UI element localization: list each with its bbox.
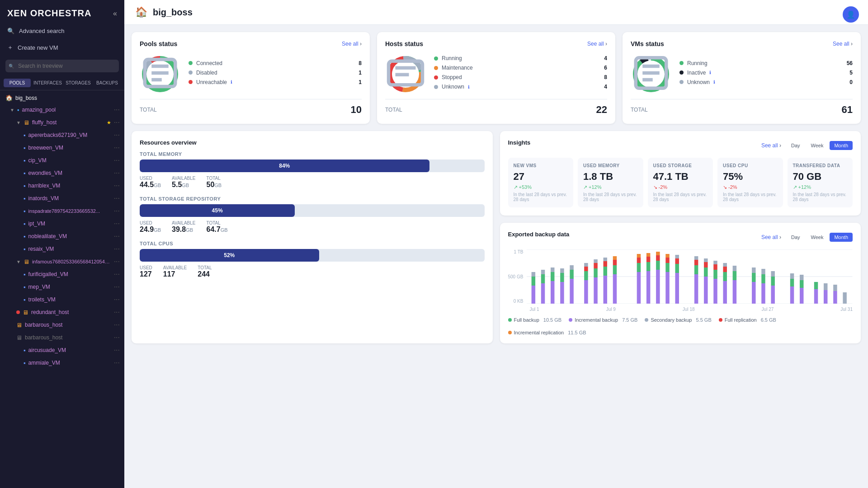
svg-rect-60 <box>637 254 641 258</box>
tree-vm-cip[interactable]: ▪ cip_VM ··· <box>0 154 124 167</box>
insights-tab-month[interactable]: Month <box>830 141 853 150</box>
vms-status-unknown: Unknown ℹ 0 <box>679 79 853 85</box>
more-icon[interactable]: ··· <box>114 207 120 215</box>
more-icon[interactable]: ··· <box>114 118 120 127</box>
svg-rect-51 <box>604 261 607 267</box>
svg-rect-53 <box>613 274 617 304</box>
tree-vm-mep[interactable]: ▪ mep_VM ··· <box>0 281 124 293</box>
more-icon[interactable]: ··· <box>114 232 120 240</box>
svg-rect-77 <box>694 274 698 304</box>
vm-icon: ▪ <box>24 170 26 177</box>
svg-rect-83 <box>704 262 708 267</box>
cpus-total-stat: TOTAL 244 <box>198 265 212 278</box>
more-icon[interactable]: ··· <box>114 296 120 304</box>
more-icon[interactable]: ··· <box>114 258 120 266</box>
treeview-search-input[interactable] <box>5 60 119 72</box>
svg-rect-93 <box>733 280 736 304</box>
tree-vm-resaix[interactable]: ▪ resaix_VM ··· <box>0 243 124 255</box>
tree-vm-apererbacks[interactable]: ▪ apererbacks627190_VM ··· <box>0 129 124 141</box>
page-title: big_boss <box>153 7 193 18</box>
sidebar: XEN ORCHESTRA « 🔍 Advanced search ＋ Crea… <box>0 0 124 488</box>
pools-donut <box>140 54 180 94</box>
cpus-progress-wrap: 52% <box>140 249 485 262</box>
right-column: Insights See all › Day Week Month NEW VM… <box>500 131 861 343</box>
legend-green-dot <box>508 318 512 322</box>
svg-rect-45 <box>594 277 598 304</box>
insights-see-all[interactable]: See all › <box>761 142 781 149</box>
tree-vm-inspadrate[interactable]: ▪ inspadrate7897542233665532... ··· <box>0 205 124 217</box>
more-icon[interactable]: ··· <box>114 182 120 190</box>
tree-vm-aircusuade[interactable]: ▪ aircusuade_VM ··· <box>0 344 124 357</box>
storage-progress-bar: 45% <box>140 204 295 217</box>
tree-section: 🏠 big_boss ▼ ▪ amazing_pool ··· ▼ 🖥 fluf… <box>0 90 124 371</box>
svg-rect-38 <box>570 279 574 304</box>
svg-rect-56 <box>613 256 617 260</box>
unknown-info-icon[interactable]: ℹ <box>468 84 470 89</box>
user-avatar[interactable]: 👤 <box>843 6 859 23</box>
tab-storages[interactable]: STORAGES <box>65 79 92 87</box>
tree-vm-harriblex[interactable]: ▪ harriblex_VM ··· <box>0 179 124 192</box>
more-icon[interactable]: ··· <box>114 283 120 291</box>
tab-backups[interactable]: BACKUPS <box>94 79 121 87</box>
hosts-see-all[interactable]: See all › <box>587 41 607 47</box>
pools-see-all[interactable]: See all › <box>342 41 362 47</box>
tree-host-redundant[interactable]: 🖥 redundant_host ··· <box>0 306 124 319</box>
more-icon[interactable]: ··· <box>114 321 120 329</box>
insights-tab-day[interactable]: Day <box>787 141 805 150</box>
svg-rect-67 <box>656 255 660 261</box>
more-icon[interactable]: ··· <box>114 220 120 228</box>
more-icon[interactable]: ··· <box>114 308 120 316</box>
vm-icon: ▪ <box>24 183 26 189</box>
more-icon[interactable]: ··· <box>114 270 120 278</box>
backup-tab-day[interactable]: Day <box>787 233 805 242</box>
tree-host-barbarous1[interactable]: 🖥 barbarous_host ··· <box>0 319 124 331</box>
tree-vm-ewondles[interactable]: ▪ ewondles_VM ··· <box>0 167 124 179</box>
svg-rect-80 <box>694 256 698 260</box>
sidebar-collapse-btn[interactable]: « <box>113 9 117 18</box>
home-icon: 🏠 <box>5 94 13 101</box>
cpus-used-stat: USED 127 <box>140 265 152 278</box>
more-icon[interactable]: ··· <box>114 144 120 152</box>
backup-see-all[interactable]: See all › <box>761 234 781 240</box>
tree-host-barbarous2[interactable]: 🖥 barbarous_host ··· <box>0 331 124 344</box>
more-icon[interactable]: ··· <box>114 106 120 114</box>
more-icon[interactable]: ··· <box>114 333 120 342</box>
tree-vm-breeween[interactable]: ▪ breeween_VM ··· <box>0 141 124 154</box>
tree-vm-inatords[interactable]: ▪ inatords_VM ··· <box>0 192 124 205</box>
tree-host-fluffy[interactable]: ▼ 🖥 fluffy_host ★ ··· <box>0 116 124 129</box>
tree-pool-bigboss[interactable]: 🏠 big_boss <box>0 92 124 103</box>
more-icon[interactable]: ··· <box>114 346 120 354</box>
create-vm-nav[interactable]: ＋ Create new VM <box>0 39 124 56</box>
tab-interfaces[interactable]: INTERFACES <box>33 79 63 87</box>
svg-rect-95 <box>733 266 736 271</box>
more-icon[interactable]: ··· <box>114 359 120 367</box>
tree-pool-amazing[interactable]: ▼ ▪ amazing_pool ··· <box>0 103 124 116</box>
storage-used-stat: USED 24.9GB <box>140 221 161 234</box>
tree-vm-ipt[interactable]: ▪ ipt_VM ··· <box>0 217 124 230</box>
advanced-search-nav[interactable]: 🔍 Advanced search <box>0 23 124 39</box>
legend-orange-dot <box>508 331 512 334</box>
inactive-info-icon[interactable]: ℹ <box>709 70 711 75</box>
server-icon: 🖥 <box>23 309 28 316</box>
tree-vm-ammiale[interactable]: ▪ ammiale_VM ··· <box>0 357 124 369</box>
more-icon[interactable]: ··· <box>114 169 120 177</box>
tree-vm-troilets[interactable]: ▪ troilets_VM ··· <box>0 293 124 306</box>
tree-vm-furificigalled[interactable]: ▪ furificigalled_VM ··· <box>0 268 124 281</box>
tab-pools[interactable]: POOLS <box>4 79 31 87</box>
unknown-info-icon2[interactable]: ℹ <box>713 80 715 84</box>
backup-tab-month[interactable]: Month <box>830 233 853 242</box>
more-icon[interactable]: ··· <box>114 194 120 202</box>
svg-rect-58 <box>637 263 641 272</box>
svg-rect-43 <box>585 267 588 271</box>
insights-tab-week[interactable]: Week <box>807 141 828 150</box>
more-icon[interactable]: ··· <box>114 245 120 253</box>
vms-see-all[interactable]: See all › <box>833 41 853 47</box>
more-icon[interactable]: ··· <box>114 131 120 139</box>
treeview-search-wrap <box>5 60 119 72</box>
more-icon[interactable]: ··· <box>114 156 120 164</box>
tree-vm-noblealilate[interactable]: ▪ noblealilate_VM ··· <box>0 230 124 243</box>
unreachable-info-icon[interactable]: ℹ <box>231 80 232 84</box>
insight-used-cpu: USED CPU 75% ↘ -2% In the last 28 days v… <box>717 158 783 207</box>
tree-host-infamous[interactable]: ▼ 🖥 infamous76802533665684120543_h... ··… <box>0 255 124 268</box>
backup-tab-week[interactable]: Week <box>807 233 828 242</box>
